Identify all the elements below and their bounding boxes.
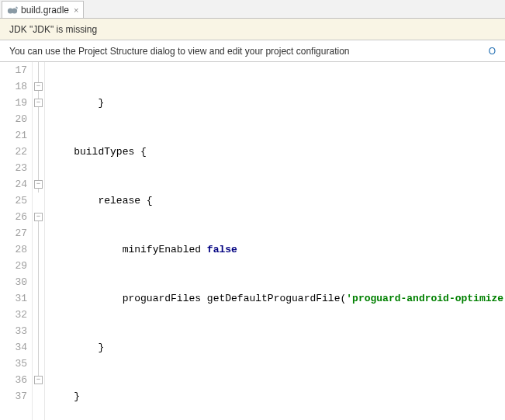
line-num: 34 (0, 339, 27, 356)
fold-toggle[interactable]: − (34, 180, 43, 189)
line-num: 30 (0, 274, 27, 290)
line-num: 31 (0, 290, 27, 307)
gradle-icon (7, 5, 18, 16)
line-num: 23 (0, 160, 27, 176)
fold-column: − − − − − (33, 62, 45, 420)
line-num: 28 (0, 241, 27, 258)
warning-text: JDK "JDK" is missing (9, 24, 97, 35)
line-num: 17 (0, 62, 27, 78)
svg-point-1 (12, 8, 17, 13)
fold-toggle[interactable]: − (34, 213, 43, 221)
warning-bar: JDK "JDK" is missing (0, 19, 505, 40)
line-num: 32 (0, 307, 27, 323)
line-num: 22 (0, 144, 27, 160)
line-num: 20 (0, 111, 27, 127)
line-num: 29 (0, 258, 27, 274)
line-num: 37 (0, 388, 27, 404)
tab-label: build.gradle (21, 5, 69, 16)
line-num: 24 (0, 176, 27, 193)
line-num: 18 (0, 78, 27, 95)
code-area[interactable]: } buildTypes { release { minifyEnabled f… (45, 62, 505, 420)
fold-guide (38, 221, 39, 384)
info-bar: You can use the Project Structure dialog… (0, 40, 505, 62)
line-num: 25 (0, 193, 27, 209)
line-num: 35 (0, 356, 27, 372)
file-tab[interactable]: build.gradle × (2, 1, 84, 18)
line-num: 26 (0, 209, 27, 225)
line-num: 33 (0, 323, 27, 339)
fold-toggle[interactable]: − (34, 82, 43, 91)
fold-toggle[interactable]: − (34, 99, 43, 107)
line-num: 19 (0, 95, 27, 111)
info-text: You can use the Project Structure dialog… (9, 46, 350, 57)
tab-bar: build.gradle × (0, 0, 505, 19)
fold-toggle[interactable]: − (34, 376, 43, 384)
line-num: 36 (0, 372, 27, 388)
close-icon[interactable]: × (74, 5, 78, 15)
info-action-link[interactable]: O (489, 46, 496, 57)
line-num: 21 (0, 127, 27, 144)
code-editor[interactable]: 17 18 19 20 21 22 23 24 25 26 27 28 29 3… (0, 62, 505, 420)
line-gutter: 17 18 19 20 21 22 23 24 25 26 27 28 29 3… (0, 62, 33, 420)
line-num: 27 (0, 225, 27, 241)
